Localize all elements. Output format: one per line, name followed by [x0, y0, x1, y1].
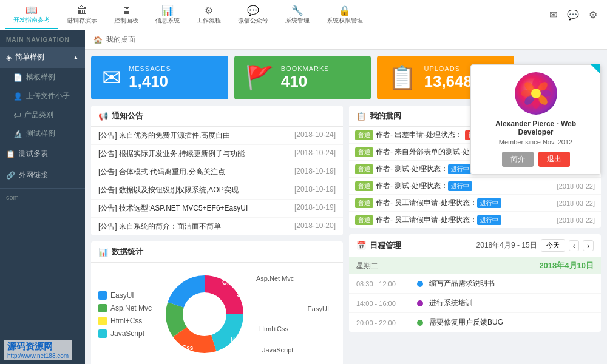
data-stats-section: 📊 数据统计 EasyUI — [91, 241, 343, 364]
notice-item-0: [公告] 来自优秀的免费开源插件,高度自由 [2018-10-24] — [91, 127, 343, 145]
legend-aspnet: Asp.Net Mvc — [98, 304, 153, 312]
prev-button[interactable]: ‹ — [569, 240, 580, 251]
schedule-event-1: 14:00 - 16:00 进行系统培训 — [349, 294, 601, 313]
main-layout: MAIN NAVIGATION ◈ 简单样例 ▲ 📄 模板样例 👤 上传文件小子… — [0, 30, 607, 364]
schedule-header-row: 📅 日程管理 2018年4月9 - 15日 今天 ‹ › — [349, 234, 601, 257]
event-dot-0 — [417, 281, 423, 287]
chart-legend: EasyUI Asp.Net Mvc Html+Css — [98, 291, 153, 338]
event-text-2: 需要修复用户反馈BUG — [429, 317, 503, 328]
sidebar-item-simple[interactable]: ◈ 简单样例 ▲ — [0, 47, 85, 68]
event-time-1: 14:00 - 16:00 — [356, 300, 411, 307]
notice-date-0: [2018-10-24] — [294, 130, 336, 141]
notices-header: 📢 通知公告 — [91, 106, 343, 127]
sidebar-subitem-upload[interactable]: 👤 上传文件小子 — [0, 87, 85, 106]
nav-item-sysmanage[interactable]: 🔧 系统管理 — [277, 1, 318, 29]
notice-date-4: [2018-10-19] — [294, 203, 336, 214]
sidebar-subitem-template[interactable]: 📄 模板样例 — [0, 68, 85, 87]
permissions-icon: 🔒 — [339, 5, 351, 16]
external-icon: 🔗 — [6, 171, 15, 180]
stats-chart-icon: 📊 — [98, 248, 108, 257]
legend-easyui: EasyUI — [98, 291, 153, 300]
sidebar-subitem-category[interactable]: 🏷 产品类别 — [0, 106, 85, 124]
nav-item-inventory[interactable]: 🏛 进销存演示 — [58, 2, 106, 29]
nav-item-wechat[interactable]: 💬 微信公众号 — [229, 1, 277, 29]
sidebar-item-external[interactable]: 🔗 外网链接 — [0, 164, 85, 186]
workflow-icon: ⚙ — [205, 5, 213, 16]
control-icon: 🖥 — [121, 5, 131, 16]
event-text-1: 进行系统培训 — [429, 298, 473, 308]
watermark-title: 源码资源网 — [7, 341, 69, 352]
top-nav-mail[interactable]: ✉ — [544, 9, 562, 21]
nav-item-control[interactable]: 🖥 控制面板 — [106, 2, 147, 29]
day-label: 星期二 — [356, 261, 378, 271]
top-nav-chat[interactable]: 💬 — [562, 9, 584, 21]
nav-item-workflow[interactable]: ⚙ 工作流程 — [188, 1, 229, 29]
top-nav-settings[interactable]: ⚙ — [584, 9, 602, 21]
event-time-2: 20:00 - 22:00 — [356, 319, 411, 326]
profile-card-arrow — [591, 64, 600, 74]
simple-icon: ◈ — [6, 53, 12, 62]
inventory-icon: 🏛 — [77, 5, 87, 16]
upload-icon: 👤 — [13, 92, 22, 101]
profile-since: Member since Nov. 2012 — [478, 138, 593, 146]
profile-card: Alexander Pierce - Web Developer Member … — [470, 64, 601, 175]
sysmanage-icon: 🔧 — [291, 5, 304, 16]
event-text-0: 编写产品需求说明书 — [429, 278, 495, 289]
watermark: 源码资源网 http://www.net188.com — [4, 340, 72, 360]
test-icon: 🔬 — [13, 130, 22, 138]
left-column: 📢 通知公告 [公告] 来自优秀的免费开源插件,高度自由 [2018-10-24… — [91, 106, 343, 364]
notice-date-2: [2018-10-19] — [294, 167, 336, 177]
svg-point-15 — [531, 89, 541, 98]
sidebar-bottom: com — [0, 188, 85, 206]
chart-external-labels: Asp.Net Mvc EasyUI Html+Css JavaScript — [256, 269, 329, 360]
nav-item-info[interactable]: 📊 信息系统 — [147, 1, 188, 29]
notices-icon: 📢 — [98, 112, 108, 121]
next-button[interactable]: › — [583, 240, 594, 251]
watermark-url: http://www.net188.com — [7, 352, 69, 359]
notice-date-1: [2018-10-24] — [294, 149, 336, 159]
label-aspnet-mvc: Asp.Net Mvc — [256, 275, 294, 282]
intro-button[interactable]: 简介 — [502, 152, 534, 167]
wechat-icon: 💬 — [247, 5, 259, 16]
schedule-event-2: 20:00 - 22:00 需要修复用户反馈BUG — [349, 313, 601, 332]
notice-item-5: [公告] 来自系统的简介：面洁而不简单 [2018-10-20] — [91, 218, 343, 235]
messages-icon: ✉ — [102, 64, 121, 91]
profile-name: Alexander Pierce - Web Developer — [478, 120, 593, 136]
bookmarks-icon: 🚩 — [245, 64, 274, 91]
home-icon: 🏠 — [93, 36, 103, 44]
schedule-icon: 📅 — [356, 241, 366, 250]
logout-button[interactable]: 退出 — [538, 152, 570, 167]
schedule-event-0: 08:30 - 12:00 编写产品需求说明书 — [349, 274, 601, 294]
notice-date-5: [2018-10-20] — [294, 221, 336, 232]
notice-item-4: [公告] 技术选型:ASP.NET MVC5+EF6+EasyUI [2018-… — [91, 200, 343, 218]
chart-label-css: Css — [182, 345, 193, 351]
nav-item-dev-guide[interactable]: 📖 开发指南参考 — [5, 1, 58, 29]
sidebar-item-tabtest[interactable]: 📋 测试多表 — [0, 143, 85, 164]
schedule-section: 📅 日程管理 2018年4月9 - 15日 今天 ‹ › 星期二 — [349, 234, 601, 332]
uploads-value: 13,648 — [424, 72, 472, 91]
approval-item-3: 普通 作者- 测试-处理状态：进行中 [2018-03-22] — [349, 178, 601, 195]
template-icon: 📄 — [13, 73, 22, 82]
stat-card-messages: ✉ MESSAGES 1,410 — [91, 56, 228, 99]
category-icon: 🏷 — [13, 111, 21, 120]
approval-item-4: 普通 作者- 员工请假申请-处理状态：进行中 [2018-03-22] — [349, 195, 601, 212]
info-icon: 📊 — [161, 5, 174, 16]
chart-label-ch: C# — [222, 278, 231, 286]
legend-html: Html+Css — [98, 317, 153, 325]
nav-item-permissions[interactable]: 🔒 系统权限管理 — [318, 1, 371, 29]
messages-label: MESSAGES — [129, 65, 171, 72]
label-easyui: EasyUI — [308, 305, 329, 312]
event-time-0: 08:30 - 12:00 — [356, 280, 411, 288]
top-nav: 📖 开发指南参考 🏛 进销存演示 🖥 控制面板 📊 信息系统 ⚙ 工作流程 💬 … — [0, 0, 607, 30]
arrow-up-icon: ▲ — [73, 54, 79, 61]
schedule-day-header: 星期二 2018年4月10日 — [349, 257, 601, 274]
avatar — [515, 72, 557, 115]
sidebar-title: MAIN NAVIGATION — [0, 30, 85, 47]
event-dot-1 — [417, 300, 423, 306]
label-html: Html+Css — [259, 325, 288, 332]
today-button[interactable]: 今天 — [541, 239, 565, 252]
sidebar-subitem-test[interactable]: 🔬 测试样例 — [0, 124, 85, 143]
dev-guide-icon: 📖 — [25, 4, 38, 16]
notices-section: 📢 通知公告 [公告] 来自优秀的免费开源插件,高度自由 [2018-10-24… — [91, 106, 343, 235]
breadcrumb: 🏠 我的桌面 — [85, 30, 607, 50]
